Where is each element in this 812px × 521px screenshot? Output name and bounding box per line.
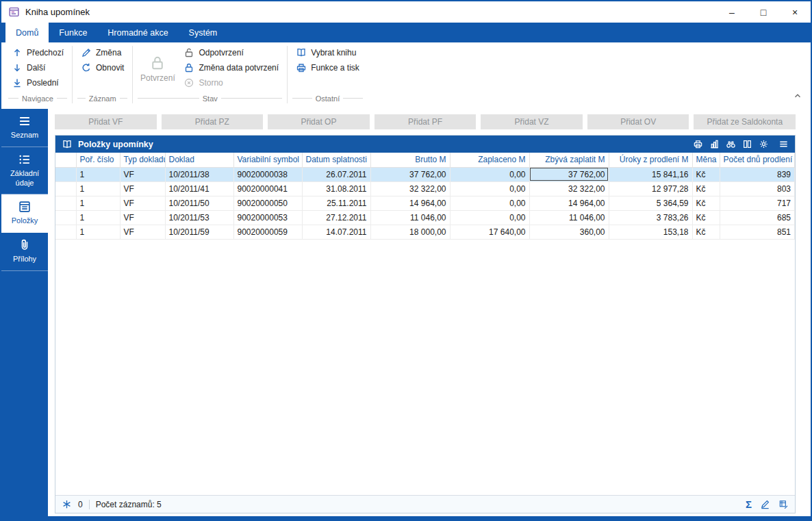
tab-domu[interactable]: Domů (5, 23, 49, 42)
table-cell[interactable]: 90020000038 (233, 167, 302, 181)
table-cell[interactable]: 90020000041 (233, 181, 302, 196)
sidebar-item-polozky[interactable]: Položky (1, 194, 48, 233)
minimize-button[interactable]: – (716, 1, 748, 23)
table-cell[interactable]: 14 964,00 (529, 196, 609, 210)
column-header[interactable]: Měna (692, 153, 720, 167)
table-cell[interactable]: 10/2011/41 (165, 181, 233, 196)
sum-icon[interactable]: Σ (746, 499, 752, 509)
settings-icon[interactable] (759, 139, 769, 149)
column-header[interactable]: Zaplaceno M (450, 153, 529, 167)
table-cell[interactable]: 18 000,00 (370, 225, 450, 239)
row-selector[interactable] (55, 225, 76, 239)
edit-icon[interactable] (760, 499, 770, 509)
table-cell[interactable]: 0,00 (450, 210, 529, 225)
table-cell[interactable]: 5 364,59 (609, 196, 692, 210)
table-cell[interactable]: 839 (720, 167, 795, 181)
add-button[interactable]: Přidat VZ (481, 114, 583, 129)
chart-icon[interactable] (709, 139, 720, 149)
collapse-ribbon-button[interactable] (793, 91, 802, 101)
table-cell[interactable]: 851 (720, 225, 795, 239)
add-button[interactable]: Přidat VF (55, 114, 157, 129)
table-cell[interactable]: 90020000050 (233, 196, 302, 210)
table-cell[interactable]: 27.12.2011 (302, 210, 370, 225)
table-cell[interactable]: VF (120, 196, 165, 210)
table-cell[interactable]: 37 762,00 (529, 167, 609, 181)
maximize-button[interactable]: □ (748, 1, 779, 23)
add-button[interactable]: Přidat PZ (162, 114, 264, 129)
confirm-button[interactable]: Potvrzení (136, 45, 179, 92)
select-book-button[interactable]: Vybrat knihu (291, 45, 364, 60)
print-icon[interactable] (693, 139, 703, 149)
table-row[interactable]: 1VF10/2011/539002000005327.12.201111 046… (55, 210, 795, 225)
table-cell[interactable]: VF (120, 167, 165, 181)
table-cell[interactable]: 10/2011/50 (165, 196, 233, 210)
table-cell[interactable]: 1 (76, 181, 120, 196)
refresh-button[interactable]: Obnovit (76, 60, 129, 75)
cancel-button[interactable]: Storno (179, 75, 283, 90)
table-cell[interactable]: 803 (720, 181, 795, 196)
add-button[interactable]: Přidat OP (268, 114, 370, 129)
add-button[interactable]: Přidat PF (375, 114, 477, 129)
table-cell[interactable]: 1 (76, 167, 120, 181)
column-header[interactable]: Zbývá zaplatit M (529, 153, 609, 167)
print-functions-button[interactable]: Funkce a tisk (291, 60, 364, 75)
close-button[interactable]: × (779, 1, 811, 23)
table-cell[interactable]: 0,00 (450, 181, 529, 196)
column-header[interactable]: Brutto M (370, 153, 450, 167)
binoculars-icon[interactable] (726, 139, 736, 149)
table-cell[interactable]: 685 (720, 210, 795, 225)
column-header[interactable]: Doklad (165, 153, 233, 167)
table-cell[interactable]: VF (120, 225, 165, 239)
table-cell[interactable]: 32 322,00 (529, 181, 609, 196)
add-button[interactable]: Přidat OV (587, 114, 689, 129)
table-cell[interactable]: 14.07.2011 (302, 225, 370, 239)
table-cell[interactable]: Kč (692, 225, 720, 239)
table-cell[interactable]: 11 046,00 (370, 210, 450, 225)
table-cell[interactable]: Kč (692, 196, 720, 210)
tab-hromadne-akce[interactable]: Hromadné akce (97, 23, 178, 42)
table-cell[interactable]: 37 762,00 (370, 167, 450, 181)
table-row[interactable]: 1VF10/2011/389002000003826.07.201137 762… (55, 167, 795, 181)
table-cell[interactable]: 12 977,28 (609, 181, 692, 196)
add-button[interactable]: Přidat ze Saldokonta (694, 114, 796, 129)
column-header[interactable]: Úroky z prodlení M (609, 153, 692, 167)
table-cell[interactable]: 360,00 (529, 225, 609, 239)
table-cell[interactable]: 1 (76, 196, 120, 210)
table-cell[interactable]: 1 (76, 210, 120, 225)
column-header[interactable]: Poř. číslo (76, 153, 120, 167)
table-cell[interactable]: 11 046,00 (529, 210, 609, 225)
table-cell[interactable]: 25.11.2011 (302, 196, 370, 210)
next-button[interactable]: Další (7, 60, 68, 75)
change-confirm-date-button[interactable]: Změna data potvrzení (179, 60, 283, 75)
table-cell[interactable]: Kč (692, 210, 720, 225)
table-cell[interactable]: 26.07.2011 (302, 167, 370, 181)
column-header[interactable]: Datum splatnosti (302, 153, 370, 167)
table-cell[interactable]: 15 841,16 (609, 167, 692, 181)
row-selector[interactable] (55, 196, 76, 210)
previous-button[interactable]: Předchozí (7, 45, 68, 60)
sidebar-item-prilohy[interactable]: Přílohy (1, 233, 48, 271)
table-cell[interactable]: 14 964,00 (370, 196, 450, 210)
row-selector[interactable] (55, 181, 76, 196)
table-cell[interactable]: 90020000053 (233, 210, 302, 225)
table-cell[interactable]: 90020000059 (233, 225, 302, 239)
sidebar-item-zakladni-udaje[interactable]: Základní údaje (1, 147, 48, 195)
last-button[interactable]: Poslední (7, 75, 68, 90)
row-selector[interactable] (55, 210, 76, 225)
tab-funkce[interactable]: Funkce (49, 23, 97, 42)
table-cell[interactable]: 32 322,00 (370, 181, 450, 196)
grid-settings-icon[interactable] (778, 499, 789, 509)
table-cell[interactable]: 10/2011/59 (165, 225, 233, 239)
unconfirm-button[interactable]: Odpotvrzení (179, 45, 283, 60)
table-cell[interactable]: 31.08.2011 (302, 181, 370, 196)
sidebar-item-seznam[interactable]: Seznam (1, 109, 48, 147)
table-cell[interactable]: 0,00 (450, 196, 529, 210)
row-selector[interactable] (55, 167, 76, 181)
table-cell[interactable]: Kč (692, 167, 720, 181)
table-cell[interactable]: 153,18 (609, 225, 692, 239)
table-cell[interactable]: VF (120, 210, 165, 225)
column-header[interactable]: Typ dokladu (120, 153, 165, 167)
asterisk-icon[interactable] (62, 499, 72, 509)
table-row[interactable]: 1VF10/2011/419002000004131.08.201132 322… (55, 181, 795, 196)
table-row[interactable]: 1VF10/2011/509002000005025.11.201114 964… (55, 196, 795, 210)
